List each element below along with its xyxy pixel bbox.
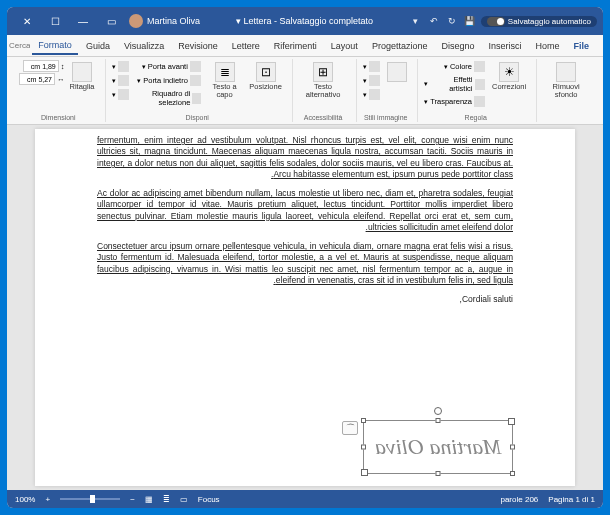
- crop-icon: [72, 62, 92, 82]
- forward-icon: [190, 61, 201, 72]
- group-icon: [118, 75, 129, 86]
- color-button[interactable]: Colore▾: [422, 60, 487, 73]
- word-count[interactable]: 206 parole: [500, 495, 538, 504]
- group-label-size: Dimensioni: [19, 114, 98, 121]
- resize-handle[interactable]: [361, 445, 366, 450]
- rotate-icon: [118, 89, 129, 100]
- view-web-icon[interactable]: ▦: [145, 495, 153, 504]
- closing-line[interactable]: Cordiali saluti,: [97, 294, 513, 305]
- layout-options-icon[interactable]: ⌒: [342, 421, 358, 435]
- page-count[interactable]: Pagina 1 di 1: [548, 495, 595, 504]
- height-input[interactable]: [23, 60, 59, 72]
- alttext-icon: ⊞: [313, 62, 333, 82]
- selection-pane-button[interactable]: Riquadro di selezione: [133, 88, 203, 108]
- effects-button[interactable]: ▾: [361, 74, 382, 87]
- height-icon: ↕: [61, 62, 65, 71]
- palette-icon: [474, 61, 485, 72]
- wrap-icon: ≣: [215, 62, 235, 82]
- transparency-button[interactable]: Trasparenza▾: [422, 95, 487, 108]
- align-button[interactable]: ▾: [110, 60, 131, 73]
- paragraph-1[interactable]: fermentum, enim integer ad vestibulum vo…: [97, 135, 513, 181]
- rotate-handle-icon[interactable]: [434, 407, 442, 415]
- bring-forward-button[interactable]: Porta avanti▾: [133, 60, 203, 73]
- minimize-button[interactable]: —: [69, 12, 97, 30]
- border-icon: [369, 61, 380, 72]
- status-bar: Pagina 1 di 1 206 parole Focus ▭ ≣ ▦ − +…: [7, 490, 603, 508]
- transparency-icon: [474, 96, 485, 107]
- view-print-icon[interactable]: ≣: [163, 495, 170, 504]
- search-input[interactable]: [7, 40, 30, 52]
- chevron-down-icon[interactable]: ▾: [409, 14, 423, 28]
- send-backward-button[interactable]: Porta indietro▾: [133, 74, 203, 87]
- tab-format[interactable]: Formato: [32, 37, 78, 55]
- title-bar: Salvataggio automatico 💾 ↻ ↶ ▾ Lettera -…: [7, 7, 603, 35]
- tab-file[interactable]: File: [567, 38, 595, 54]
- undo-icon[interactable]: ↶: [427, 14, 441, 28]
- remove-bg-button[interactable]: Rimuovi sfondo: [541, 60, 591, 102]
- border-button[interactable]: ▾: [361, 60, 382, 73]
- maximize-button[interactable]: ☐: [41, 12, 69, 30]
- wrap-text-button[interactable]: ≣Testo a capo: [205, 60, 245, 102]
- position-icon: ⊡: [256, 62, 276, 82]
- tab-layout[interactable]: Progettazione: [366, 38, 434, 54]
- tab-review[interactable]: Revisione: [172, 38, 224, 54]
- user-name[interactable]: Martina Oliva: [147, 16, 200, 26]
- brush-icon: [475, 79, 485, 90]
- artistic-button[interactable]: Effetti artistici▾: [422, 74, 487, 94]
- resize-handle[interactable]: [436, 471, 441, 476]
- rotate-button[interactable]: ▾: [110, 88, 131, 101]
- zoom-in-button[interactable]: +: [45, 495, 50, 504]
- signature-text: Martina Oliva: [375, 432, 502, 462]
- document-area[interactable]: fermentum, enim integer ad vestibulum vo…: [7, 125, 603, 490]
- document-title[interactable]: Lettera - Salvataggio completato ▾: [236, 16, 373, 26]
- close-button[interactable]: ✕: [13, 12, 41, 30]
- resize-handle[interactable]: [510, 445, 515, 450]
- tab-insert[interactable]: Inserisci: [482, 38, 527, 54]
- page[interactable]: fermentum, enim integer ad vestibulum vo…: [35, 129, 575, 486]
- sun-icon: ☀: [499, 62, 519, 82]
- zoom-level[interactable]: 100%: [15, 495, 35, 504]
- tab-references[interactable]: Riferimenti: [268, 38, 323, 54]
- ribbon: Rimuovi sfondo ☀Correzioni Colore▾ Effet…: [7, 57, 603, 125]
- app-window: Salvataggio automatico 💾 ↻ ↶ ▾ Lettera -…: [7, 7, 603, 508]
- resize-handle[interactable]: [510, 471, 515, 476]
- autosave-toggle[interactable]: Salvataggio automatico: [481, 16, 597, 27]
- tab-mailings[interactable]: Lettere: [226, 38, 266, 54]
- tab-help[interactable]: Guida: [80, 38, 116, 54]
- resize-handle[interactable]: [361, 418, 366, 423]
- window-options-icon[interactable]: ▭: [97, 12, 125, 30]
- paragraph-3[interactable]: Consectetuer arcu ipsum ornare pellentes…: [97, 241, 513, 287]
- zoom-slider[interactable]: [60, 498, 120, 500]
- zoom-out-button[interactable]: −: [130, 495, 135, 504]
- tab-layout2[interactable]: Layout: [325, 38, 364, 54]
- paragraph-2[interactable]: Ac dolor ac adipiscing amet bibendum nul…: [97, 188, 513, 234]
- group-label-arrange: Disponi: [110, 114, 285, 121]
- group-label-styles: Stili immagine: [361, 114, 410, 121]
- styles-gallery[interactable]: [384, 60, 410, 84]
- signature-image[interactable]: ⌒ Martina Oliva: [363, 420, 513, 474]
- selection-icon: [192, 93, 201, 104]
- group-label-access: Accessibilità: [297, 114, 349, 121]
- view-readmode-icon[interactable]: ▭: [180, 495, 188, 504]
- ribbon-tabs: File Home Inserisci Disegno Progettazion…: [7, 35, 603, 57]
- layout-button[interactable]: ▾: [361, 88, 382, 101]
- focus-mode[interactable]: Focus: [198, 495, 220, 504]
- tab-home[interactable]: Home: [529, 38, 565, 54]
- backward-icon: [190, 75, 201, 86]
- layout-icon: [369, 89, 380, 100]
- group-button[interactable]: ▾: [110, 74, 131, 87]
- tab-design[interactable]: Disegno: [435, 38, 480, 54]
- style-icon: [387, 62, 407, 82]
- resize-handle[interactable]: [436, 418, 441, 423]
- effects-icon: [369, 75, 380, 86]
- tab-view[interactable]: Visualizza: [118, 38, 170, 54]
- crop-button[interactable]: Ritaglia: [67, 60, 98, 93]
- alt-text-button[interactable]: ⊞Testo alternativo: [297, 60, 349, 102]
- width-input[interactable]: [19, 73, 55, 85]
- toggle-switch-icon[interactable]: [487, 17, 505, 26]
- position-button[interactable]: ⊡Posizione: [246, 60, 285, 93]
- avatar[interactable]: [129, 14, 143, 28]
- sync-icon[interactable]: ↻: [445, 14, 459, 28]
- save-icon[interactable]: 💾: [463, 14, 477, 28]
- corrections-button[interactable]: ☀Correzioni: [489, 60, 529, 93]
